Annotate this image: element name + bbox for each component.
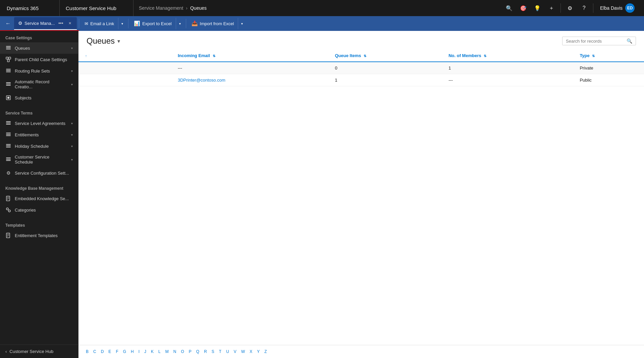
sidebar-item-holiday[interactable]: Holiday Schedule ▾ <box>0 140 78 152</box>
alpha-nav-letter[interactable]: X <box>248 348 254 355</box>
svg-rect-14 <box>6 121 11 122</box>
alpha-nav-letter[interactable]: O <box>179 348 186 355</box>
sidebar-item-categories[interactable]: Categories <box>0 204 78 216</box>
sidebar-item-routing[interactable]: Routing Rule Sets ▾ <box>0 65 78 77</box>
col-name[interactable]: ↑ <box>78 50 172 62</box>
sidebar-item-parent-child[interactable]: Parent Child Case Settings <box>0 54 78 65</box>
tab-more-icon[interactable]: ••• <box>57 19 65 27</box>
row1-incoming-email: --- <box>172 62 329 74</box>
alpha-nav-letter[interactable]: H <box>129 348 136 355</box>
col-queue-items-sort[interactable]: ⇅ <box>364 54 366 58</box>
add-icon[interactable]: ＋ <box>545 2 558 14</box>
search-input[interactable] <box>566 39 624 44</box>
row2-name[interactable] <box>78 74 172 86</box>
row1-name[interactable] <box>78 62 172 74</box>
row2-incoming-email[interactable]: 3DPrinter@contoso.com <box>172 74 329 86</box>
alpha-nav-letter[interactable]: P <box>187 348 194 355</box>
sla-icon <box>5 120 11 126</box>
routing-icon <box>5 68 11 74</box>
col-name-sort[interactable]: ↑ <box>85 54 87 58</box>
svg-rect-7 <box>6 70 11 71</box>
col-incoming-email[interactable]: Incoming Email ⇅ <box>172 50 329 62</box>
queues-table: ↑ Incoming Email ⇅ Queue Items ⇅ No. of … <box>78 50 644 86</box>
alpha-nav-letter[interactable]: I <box>137 348 142 355</box>
nav-divider-2 <box>593 3 593 13</box>
svg-rect-22 <box>6 147 11 147</box>
row2-queue-items: 1 <box>329 74 443 86</box>
service-management-tab[interactable]: ⚙ Service Mana... ••• ✕ <box>14 17 77 30</box>
col-queue-items[interactable]: Queue Items ⇅ <box>329 50 443 62</box>
sidebar-item-queues[interactable]: Queues ▾ <box>0 42 78 54</box>
back-button[interactable]: ← <box>3 18 13 29</box>
svg-rect-10 <box>6 84 11 84</box>
alpha-nav-letter[interactable]: E <box>106 348 113 355</box>
col-type-sort[interactable]: ⇅ <box>592 54 595 58</box>
import-excel-dropdown[interactable]: ▾ <box>238 18 246 29</box>
search-box[interactable]: 🔍 <box>562 37 636 45</box>
cs-schedule-label: Customer Service Schedule <box>15 154 68 165</box>
user-menu-button[interactable]: Elba Davis ED <box>596 2 639 14</box>
app-name[interactable]: Customer Service Hub <box>60 0 133 16</box>
page-title-row: Queues ▾ <box>87 36 120 46</box>
email-link-dropdown[interactable]: ▾ <box>118 18 126 29</box>
entitlement-templates-icon <box>5 232 11 238</box>
alpha-nav-letter[interactable]: D <box>99 348 106 355</box>
sidebar-item-embedded-knowledge[interactable]: Embedded Knowledge Se... <box>0 193 78 204</box>
sidebar-item-subjects[interactable]: Subjects <box>0 92 78 103</box>
svg-rect-23 <box>6 158 11 158</box>
alpha-nav-container: BCDEFGHIJKLMNOPQRSTUVWXYZ <box>84 348 269 355</box>
alpha-nav-letter[interactable]: J <box>142 348 148 355</box>
alpha-nav-letter[interactable]: Y <box>255 348 262 355</box>
row1-type: Private <box>574 62 644 74</box>
title-chevron[interactable]: ▾ <box>117 38 120 44</box>
alpha-nav-letter[interactable]: Q <box>194 348 201 355</box>
help-icon[interactable]: ? <box>578 2 590 14</box>
brand-logo[interactable]: Dynamics 365 <box>3 0 60 16</box>
table-header-row: ↑ Incoming Email ⇅ Queue Items ⇅ No. of … <box>78 50 644 62</box>
nav-divider <box>560 3 561 13</box>
col-incoming-email-sort[interactable]: ⇅ <box>213 54 215 58</box>
breadcrumb-parent[interactable]: Service Management <box>139 5 183 11</box>
alpha-nav-letter[interactable]: V <box>232 348 238 355</box>
alpha-nav-letter[interactable]: L <box>156 348 163 355</box>
sidebar-item-entitlement-templates[interactable]: Entitlement Templates <box>0 230 78 241</box>
search-icon[interactable]: 🔍 <box>503 2 516 14</box>
export-excel-button[interactable]: 📊 Export to Excel <box>130 18 175 29</box>
col-no-members-sort[interactable]: ⇅ <box>484 54 486 58</box>
sidebar-item-sla[interactable]: Service Level Agreements ▾ <box>0 118 78 129</box>
templates-header: Templates <box>0 218 78 230</box>
alpha-nav-letter[interactable]: S <box>210 348 216 355</box>
alpha-nav-letter[interactable]: T <box>217 348 223 355</box>
alpha-nav-letter[interactable]: G <box>121 348 128 355</box>
embedded-knowledge-icon <box>5 195 11 202</box>
settings-icon[interactable]: ⚙ <box>564 2 576 14</box>
holiday-icon <box>5 143 11 149</box>
sidebar-item-customer-service-schedule[interactable]: Customer Service Schedule ▾ <box>0 152 78 167</box>
alpha-nav-letter[interactable]: W <box>239 348 247 355</box>
col-no-members[interactable]: No. of Members ⇅ <box>443 50 574 62</box>
alpha-nav-letter[interactable]: B <box>84 348 91 355</box>
sidebar-item-entitlements[interactable]: Entitlements ▾ <box>0 129 78 140</box>
lightbulb-icon[interactable]: 💡 <box>531 2 544 14</box>
email-link-button[interactable]: ✉ Email a Link <box>81 18 117 29</box>
tab-close-icon[interactable]: ✕ <box>67 20 73 26</box>
parent-child-icon <box>5 56 11 62</box>
target-icon[interactable]: 🎯 <box>517 2 530 14</box>
main-layout: Case Settings Queues ▾ Parent Child Case… <box>0 31 644 358</box>
alpha-nav-letter[interactable]: F <box>114 348 120 355</box>
alpha-nav-letter[interactable]: K <box>149 348 156 355</box>
alpha-navigation: BCDEFGHIJKLMNOPQRSTUVWXYZ <box>78 345 644 358</box>
alpha-nav-letter[interactable]: U <box>224 348 231 355</box>
import-excel-button[interactable]: 📥 Import from Excel <box>188 18 237 29</box>
sidebar-footer[interactable]: ‹ Customer Service Hub <box>0 345 78 358</box>
alpha-nav-letter[interactable]: R <box>202 348 209 355</box>
breadcrumb-separator: › <box>186 5 187 11</box>
alpha-nav-letter[interactable]: N <box>171 348 178 355</box>
export-excel-dropdown[interactable]: ▾ <box>176 18 184 29</box>
sidebar-item-service-config[interactable]: ⚙ Service Configuration Sett... <box>0 167 78 179</box>
alpha-nav-letter[interactable]: Z <box>262 348 269 355</box>
sidebar-item-auto-record[interactable]: Automatic Record Creatio... ▾ <box>0 77 78 92</box>
alpha-nav-letter[interactable]: M <box>163 348 171 355</box>
alpha-nav-letter[interactable]: C <box>91 348 98 355</box>
col-type[interactable]: Type ⇅ <box>574 50 644 62</box>
